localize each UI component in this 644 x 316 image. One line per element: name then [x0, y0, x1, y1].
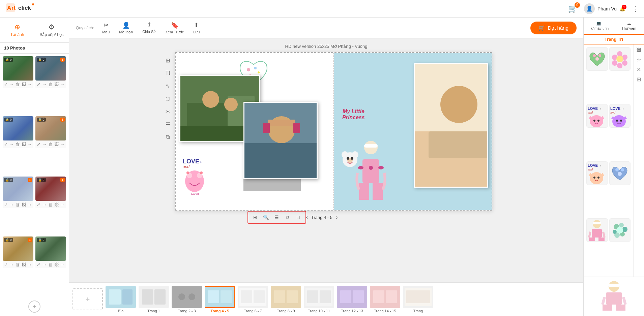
order-button[interactable]: 🛒 Đặt hàng — [530, 22, 577, 34]
expand-tool-button[interactable]: ⤡ — [163, 81, 173, 91]
list-item[interactable]: 🔒 0 1 ⤢ → 🗑 🖼 → — [3, 177, 33, 234]
list-item[interactable]: 🔒 0 ⤢ → 🗑 🖼 → — [3, 56, 33, 114]
more-menu-icon[interactable]: ⋮ — [632, 5, 639, 13]
photo-action-expand[interactable]: ⤢ — [4, 82, 8, 87]
photo-action-nav[interactable]: → — [28, 142, 32, 147]
sticker-item[interactable] — [609, 161, 631, 185]
photo-action-image[interactable]: 🖼 — [22, 262, 26, 267]
photo-action-delete[interactable]: 🗑 — [48, 262, 53, 267]
photo-action-expand[interactable]: ⤢ — [4, 202, 8, 207]
qr-tool-button[interactable]: ⊞ — [163, 55, 173, 66]
photo-action-arrow[interactable]: → — [42, 82, 47, 87]
photo-action-delete[interactable]: 🗑 — [48, 142, 53, 147]
luu-button[interactable]: ⬆ Lưu — [188, 19, 204, 37]
photo-action-nav[interactable]: → — [28, 82, 32, 87]
photo-action-delete[interactable]: 🗑 — [16, 142, 20, 147]
photo-action-delete[interactable]: 🗑 — [48, 82, 53, 87]
search-button[interactable]: 🔍 — [262, 213, 270, 222]
photo-action-arrow[interactable]: → — [42, 202, 47, 207]
photo-action-arrow[interactable]: → — [9, 142, 14, 147]
photo-action-image[interactable]: 🖼 — [54, 202, 59, 207]
sticker-item[interactable]: LOVE + and — [586, 161, 608, 185]
photo-action-arrow[interactable]: → — [42, 142, 47, 147]
notification-badge[interactable]: 🔔 1 — [619, 6, 625, 11]
thumb-bia[interactable]: Bìa — [106, 286, 136, 313]
photo-action-nav[interactable]: → — [60, 142, 65, 147]
photo-action-nav[interactable]: → — [60, 262, 65, 267]
cart-icon[interactable]: 🛒 0 — [568, 4, 577, 13]
photo-frame-4[interactable] — [414, 63, 488, 188]
thu-vien-tab[interactable]: ☁ Thư viện — [614, 18, 644, 34]
photo-action-delete[interactable]: 🗑 — [48, 202, 53, 207]
thumb-trang23[interactable]: Trang 2 - 3 — [172, 286, 202, 313]
list-item[interactable]: 🔒 0 1 ⤢ → 🗑 🖼 → — [35, 177, 66, 234]
photo-action-expand[interactable]: ⤢ — [4, 262, 8, 267]
photo-action-expand[interactable]: ⤢ — [4, 142, 8, 147]
grid-tool-button[interactable]: ⊞ — [637, 76, 641, 83]
photo-action-nav[interactable]: → — [28, 262, 32, 267]
photo-action-image[interactable]: 🖼 — [22, 82, 26, 87]
photo-action-delete[interactable]: 🗑 — [16, 262, 20, 267]
thumb-trang89[interactable]: Trang 8 - 9 — [271, 286, 301, 313]
sticker-item[interactable]: LOVE + and — [586, 104, 608, 128]
cube-tool-button[interactable]: ⬡ — [163, 93, 173, 104]
photo-action-expand[interactable]: ⤢ — [37, 82, 40, 87]
prev-page-button[interactable]: ‹ — [306, 214, 308, 220]
canvas-page-right[interactable]: My Little Princess — [334, 53, 492, 210]
photo-action-delete[interactable]: 🗑 — [16, 82, 20, 87]
photo-action-image[interactable]: 🖼 — [54, 262, 59, 267]
photo-action-arrow[interactable]: → — [42, 262, 47, 267]
grid-view-button[interactable]: ⊞ — [251, 213, 260, 222]
thumb-trang45[interactable]: Trang 4 - 5 — [205, 286, 235, 313]
sort-filter-button[interactable]: ⚙ Sắp xếp/ Lọc — [34, 21, 69, 39]
photo-action-nav[interactable]: → — [60, 202, 65, 207]
chia-se-button[interactable]: ⤴ Chia Sẻ — [138, 19, 160, 37]
sticker-item[interactable] — [609, 218, 631, 242]
photo-action-expand[interactable]: ⤢ — [37, 142, 40, 147]
photo-action-nav[interactable]: → — [60, 82, 65, 87]
photo-action-image[interactable]: 🖼 — [54, 82, 59, 87]
star-tool-button[interactable]: ☆ — [637, 57, 641, 63]
columns-button[interactable]: ⧉ — [283, 213, 292, 222]
copy-tool-button[interactable]: ⧉ — [163, 132, 173, 143]
list-item[interactable]: 🔒 0 1 ⤢ → 🗑 🖼 → — [35, 116, 66, 174]
photo-action-arrow[interactable]: → — [9, 262, 14, 267]
single-view-button[interactable]: □ — [294, 213, 303, 222]
add-photos-button[interactable]: + — [0, 297, 69, 316]
list-item[interactable]: 🔒 0 1 ⤢ → 🗑 🖼 → — [3, 236, 33, 294]
photo-action-arrow[interactable]: → — [9, 202, 14, 207]
canvas-page-left[interactable]: LOVE + and LOVE — [176, 53, 334, 210]
next-page-button[interactable]: › — [336, 214, 338, 220]
mau-button[interactable]: ✂ Mẫu — [97, 19, 114, 37]
sticker-item[interactable] — [586, 218, 608, 242]
thumb-trang-extra[interactable]: Trang — [403, 286, 433, 313]
photo-action-expand[interactable]: ⤢ — [37, 262, 40, 267]
xem-truoc-button[interactable]: 🔖 Xem Trước — [160, 19, 188, 37]
add-circle-icon[interactable]: + — [28, 301, 40, 313]
text-tool-button[interactable]: Tt — [163, 68, 173, 78]
close-tool-button[interactable]: ✕ — [637, 66, 641, 73]
moi-ban-button[interactable]: 👤 Mời bạn — [114, 19, 138, 37]
list-item[interactable]: 🔒 0 ⤢ → 🗑 🖼 → — [35, 236, 66, 294]
tu-may-tinh-tab[interactable]: 💻 Từ máy tính — [584, 18, 614, 34]
photo-action-expand[interactable]: ⤢ — [37, 202, 40, 207]
photo-action-arrow[interactable]: → — [9, 82, 14, 87]
add-page-button[interactable]: + — [72, 288, 103, 310]
sticker-item[interactable] — [609, 47, 631, 71]
sticker-item[interactable] — [586, 47, 608, 71]
list-item[interactable]: 🔒 0 ⤢ → 🗑 🖼 → — [3, 116, 33, 174]
photo-action-image[interactable]: 🖼 — [22, 142, 26, 147]
thumb-trang1[interactable]: Trang 1 — [139, 286, 169, 313]
photo-action-nav[interactable]: → — [28, 202, 32, 207]
photo-tool-button[interactable]: 🖼 — [636, 47, 642, 53]
photo-frame-2[interactable] — [243, 102, 318, 179]
sticker-item[interactable]: LOVE + and — [609, 104, 631, 128]
list-tool-button[interactable]: ☰ — [163, 119, 173, 130]
list-view-button[interactable]: ☰ — [272, 213, 281, 222]
thumb-trang1011[interactable]: Trang 10 - 11 — [304, 286, 334, 313]
thumb-trang67[interactable]: Trang 6 - 7 — [238, 286, 268, 313]
photo-action-image[interactable]: 🖼 — [22, 202, 26, 207]
thumb-trang1213[interactable]: Trang 12 - 13 — [337, 286, 367, 313]
photo-action-image[interactable]: 🖼 — [54, 142, 59, 147]
upload-button[interactable]: ⊕ Tải ảnh — [0, 21, 34, 39]
